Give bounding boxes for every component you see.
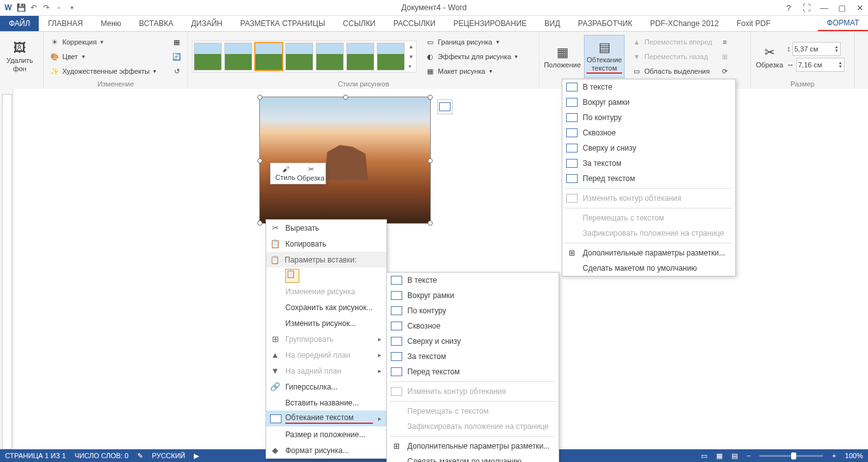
status-page[interactable]: СТРАНИЦА 1 ИЗ 1 — [5, 452, 66, 459]
style-thumb[interactable] — [316, 43, 344, 71]
corrections-button[interactable]: ☀Коррекция▾ — [48, 36, 165, 48]
style-thumb[interactable] — [255, 43, 283, 71]
undo-icon[interactable]: ↶ — [28, 2, 39, 13]
zoom-slider[interactable] — [759, 455, 823, 457]
tab-references[interactable]: ССЫЛКИ — [334, 16, 384, 31]
minimize-icon[interactable]: — — [818, 3, 830, 13]
cm-size-position[interactable]: Размер и положение... — [266, 426, 386, 442]
align-button[interactable]: ≡ — [718, 36, 732, 48]
picture-effects-button[interactable]: ◐Эффекты для рисунка▾ — [423, 50, 520, 63]
cm-paste-option[interactable]: 📋 — [266, 268, 386, 283]
wrap-top-bottom[interactable]: Сверху и снизу — [387, 334, 559, 349]
layout-options-icon[interactable] — [437, 99, 452, 114]
tab-format[interactable]: ФОРМАТ — [818, 16, 868, 31]
wrap-square[interactable]: Вокруг рамки — [562, 95, 735, 110]
wrap-front[interactable]: Перед текстом — [387, 364, 559, 379]
compress-pic-button[interactable]: ▦ — [170, 36, 184, 48]
artistic-effects-button[interactable]: ✨Художественные эффекты▾ — [48, 65, 165, 78]
wrap-set-default[interactable]: Сделать макетом по умолчанию — [387, 454, 559, 462]
qat-dropdown-icon[interactable]: ▾ — [66, 2, 78, 13]
style-thumb[interactable] — [194, 43, 222, 71]
width-input[interactable]: 7,16 см▲▼ — [796, 58, 844, 72]
cm-save-as-picture[interactable]: Сохранить как рисунок... — [266, 299, 386, 315]
tab-mailings[interactable]: РАССЫЛКИ — [384, 16, 444, 31]
wrap-more-options[interactable]: ⊞Дополнительные параметры разметки... — [562, 245, 735, 261]
cm-insert-caption[interactable]: Вставить название... — [266, 395, 386, 411]
new-doc-icon[interactable]: ▫ — [53, 2, 65, 13]
tab-developer[interactable]: РАЗРАБОТЧИК — [569, 16, 642, 31]
tab-pdf-xchange[interactable]: PDF-XChange 2012 — [641, 16, 728, 31]
save-icon[interactable]: 💾 — [15, 2, 27, 13]
wrap-set-default[interactable]: Сделать макетом по умолчанию — [562, 261, 735, 276]
zoom-out-icon[interactable]: − — [747, 452, 750, 459]
cm-hyperlink[interactable]: 🔗Гиперссылка... — [266, 379, 386, 395]
tab-foxit[interactable]: Foxit PDF — [728, 16, 779, 31]
change-pic-button[interactable]: 🔄 — [170, 50, 184, 63]
ribbon-display-icon[interactable]: ⛶ — [801, 3, 812, 13]
view-print-icon[interactable]: ▦ — [716, 452, 722, 460]
wrap-more-options[interactable]: ⊞Дополнительные параметры разметки... — [387, 438, 559, 454]
mini-style-button[interactable]: 🖌Стиль — [273, 165, 298, 182]
inserted-picture[interactable] — [259, 97, 431, 224]
tab-home[interactable]: ГЛАВНАЯ — [39, 16, 92, 31]
color-button[interactable]: 🎨Цвет▾ — [48, 50, 165, 63]
crop-button[interactable]: ✂ Обрезка — [755, 36, 784, 78]
zoom-in-icon[interactable]: + — [832, 452, 836, 459]
tab-design[interactable]: ДИЗАЙН — [182, 16, 231, 31]
tab-file[interactable]: ФАЙЛ — [0, 16, 39, 31]
position-button[interactable]: ▦ Положение — [543, 36, 581, 78]
bring-forward-button[interactable]: ▲Переместить вперед — [630, 36, 714, 48]
tab-review[interactable]: РЕЦЕНЗИРОВАНИЕ — [444, 16, 535, 31]
remove-background-button[interactable]: 🖼 Удалитьфон — [4, 36, 36, 78]
cm-wrap-text[interactable]: Обтекание текстом▸ — [266, 411, 386, 426]
cm-format-picture[interactable]: ◆Формат рисунка... — [266, 442, 386, 458]
tab-view[interactable]: ВИД — [536, 16, 569, 31]
color-icon: 🎨 — [50, 51, 60, 62]
view-read-icon[interactable]: ▭ — [701, 452, 707, 460]
mini-crop-button[interactable]: ✂Обрезка — [298, 165, 323, 182]
group-button[interactable]: ⊞ — [718, 50, 732, 63]
picture-border-button[interactable]: ▭Граница рисунка▾ — [423, 36, 520, 48]
rotate-button[interactable]: ⟳ — [718, 65, 732, 78]
wrap-move-with-text: Перемещать с текстом — [387, 404, 559, 419]
reset-pic-button[interactable]: ↺ — [170, 65, 184, 78]
wrap-in-text[interactable]: В тексте — [387, 273, 559, 288]
status-language[interactable]: РУССКИЙ — [152, 452, 185, 459]
wrap-top-bottom[interactable]: Сверху и снизу — [562, 140, 735, 156]
cm-edit-picture[interactable]: Изменить рисунок... — [266, 315, 386, 331]
macro-icon[interactable]: ▶ — [194, 452, 199, 460]
tab-page-layout[interactable]: РАЗМЕТКА СТРАНИЦЫ — [231, 16, 334, 31]
style-thumb[interactable] — [377, 43, 405, 71]
spellcheck-icon[interactable]: ✎ — [137, 452, 143, 460]
cm-cut[interactable]: ✂Вырезать — [266, 220, 386, 236]
height-input[interactable]: 5,37 см▲▼ — [792, 42, 841, 56]
style-thumb[interactable] — [346, 43, 374, 71]
selection-pane-button[interactable]: ▭Область выделения — [630, 65, 714, 78]
picture-layout-button[interactable]: ▦Макет рисунка▾ — [423, 65, 520, 78]
wrap-square[interactable]: Вокруг рамки — [387, 288, 559, 303]
wrap-in-text[interactable]: В тексте — [562, 79, 735, 95]
help-icon[interactable]: ? — [783, 3, 794, 13]
tab-insert[interactable]: ВСТАВКА — [130, 16, 182, 31]
maximize-icon[interactable]: ▢ — [836, 3, 848, 13]
send-backward-button[interactable]: ▼Переместить назад — [630, 50, 714, 63]
redo-icon[interactable]: ↷ — [41, 2, 52, 13]
wrap-behind[interactable]: За текстом — [387, 349, 559, 364]
wrap-text-button[interactable]: ▤ Обтеканиетекстом — [584, 35, 625, 78]
style-thumb[interactable] — [224, 43, 252, 71]
wrap-behind[interactable]: За текстом — [562, 156, 735, 171]
style-thumb[interactable] — [285, 43, 313, 71]
cm-copy[interactable]: 📋Копировать — [266, 236, 386, 252]
wrap-tight[interactable]: По контуру — [562, 110, 735, 125]
wrap-front[interactable]: Перед текстом — [562, 171, 735, 186]
zoom-level[interactable]: 100% — [845, 452, 863, 459]
view-web-icon[interactable]: ▤ — [731, 452, 738, 460]
picture-styles-gallery[interactable]: ▲▼▾ — [192, 41, 417, 72]
wrap-through[interactable]: Сквозное — [387, 318, 559, 334]
wrap-through[interactable]: Сквозное — [562, 125, 735, 140]
close-icon[interactable]: ✕ — [854, 3, 865, 13]
tab-menu[interactable]: Меню — [92, 16, 130, 31]
wrap-tight[interactable]: По контуру — [387, 303, 559, 318]
status-words[interactable]: ЧИСЛО СЛОВ: 0 — [75, 452, 129, 459]
wrap-dropdown-ribbon: В тексте Вокруг рамки По контуру Сквозно… — [562, 79, 736, 276]
